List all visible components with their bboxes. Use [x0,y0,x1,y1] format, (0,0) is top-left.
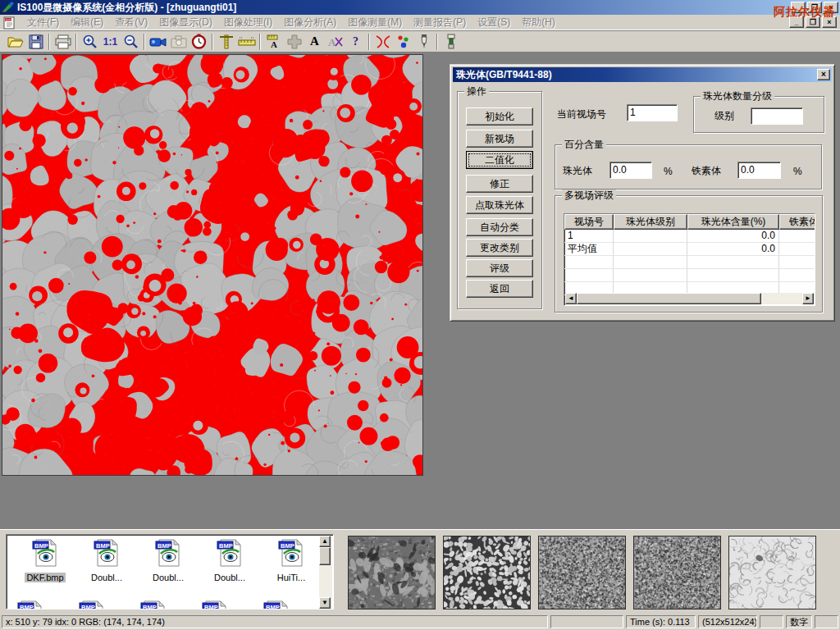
grid-overlay-icon[interactable] [284,32,304,51]
pearlite-label: 珠光体 [563,165,592,176]
menu-item-8[interactable]: 测量报告(P) [408,14,472,31]
menu-item-6[interactable]: 图像分析(A) [278,14,342,31]
file-item[interactable]: BMPDoubl... [139,537,197,583]
op-button-9[interactable]: 返回 [466,280,533,298]
status-bar: x: 510 y: 79 idx: 0 RGB: (174, 174, 174)… [0,614,840,630]
menu-item-1[interactable]: 文件(F) [21,14,65,31]
svg-text:BMP: BMP [219,542,233,550]
actual-size-icon[interactable]: 1:1 [100,32,121,51]
file-item[interactable]: BMPDKF.bmp [16,537,74,583]
brush-tool-icon[interactable] [441,32,461,51]
metallographic-image[interactable] [2,54,423,476]
table-header-1[interactable]: 视场号 [564,214,614,230]
thumbnail-1[interactable] [348,536,436,609]
table-header-2[interactable]: 珠光体级别 [614,214,687,230]
table-header-3[interactable]: 珠光体含量(%) [687,214,779,230]
table-row[interactable] [564,256,815,269]
zoom-in-icon[interactable] [80,32,100,51]
scroll-down-button[interactable]: ▼ [319,597,331,609]
menu-item-10[interactable]: 帮助(H) [516,14,561,31]
table-cell: 1 [564,230,614,243]
point-marker-icon[interactable] [393,32,413,51]
menu-item-5[interactable]: 图像处理(I) [218,14,278,31]
window-title: IS100显微摄像系统(金相分析版) - [zhuguangti01] [17,1,236,15]
scroll-up-button[interactable]: ▲ [319,536,331,547]
scroll-right-button[interactable]: ► [802,293,814,304]
dialog-title-bar[interactable]: 珠光体(GB/T9441-88) [453,67,832,82]
status-mode: 数字 [786,615,812,628]
op-button-4[interactable]: 修正 [466,175,533,193]
file-item-partial[interactable]: BMP [78,599,135,609]
table-cell [564,269,614,282]
op-button-2[interactable]: 新视场 [466,130,533,148]
document-icon[interactable]: DOC [3,16,16,30]
file-list-scrollbar[interactable]: ▲ ▼ [319,536,332,609]
save-file-icon[interactable] [25,32,46,51]
menu-item-7[interactable]: 图像测量(M) [342,14,408,31]
file-name[interactable]: HuiTi... [276,573,307,582]
application-window: IS100显微摄像系统(金相分析版) - [zhuguangti01] _ ❐ … [0,0,840,630]
file-item[interactable]: BMPDoubl... [201,537,258,583]
toolbar-separator [436,34,438,50]
table-row[interactable]: 10.0 [564,230,815,243]
file-name[interactable]: DKF.bmp [25,573,65,582]
op-button-1[interactable]: 初始化 [466,107,533,126]
file-name[interactable]: Doubl... [89,573,124,582]
table-header-4[interactable]: 铁素体 [779,214,815,230]
table-cell [614,269,687,282]
thumbnail-3[interactable] [538,536,626,609]
print-icon[interactable] [52,32,73,51]
zoom-out-icon[interactable] [121,32,141,51]
op-button-5[interactable]: 点取珠光体 [466,196,533,214]
video-capture-icon[interactable] [148,32,168,51]
operation-group-label: 操作 [464,85,489,97]
op-button-3[interactable]: 二值化 [466,151,533,169]
current-field-input[interactable]: 1 [627,104,678,121]
thumbnail-4[interactable] [633,536,721,609]
grade-input[interactable] [751,107,803,125]
scroll-left-button[interactable]: ◄ [565,293,577,304]
file-name[interactable]: Doubl... [212,573,247,582]
scroll-thumb[interactable] [577,293,761,304]
help-icon[interactable]: ? [345,32,366,51]
toolbar-separator [212,34,213,50]
file-item[interactable]: BMPDoubl... [78,537,135,583]
thumbnail-5[interactable] [728,536,816,609]
file-item-partial[interactable]: BMP [201,599,258,609]
timer-icon[interactable] [189,32,209,51]
bmp-file-icon: BMP [154,537,182,568]
pen-annotation-icon[interactable] [413,32,434,51]
scale-measure-icon[interactable]: A [263,32,284,51]
current-field-label: 当前视场号 [557,108,606,120]
thumbnail-2[interactable] [443,536,531,609]
caliper-measure-icon[interactable] [216,32,236,51]
dialog-close-button[interactable]: × [817,69,830,80]
ferrite-input[interactable]: 0.0 [737,162,781,179]
file-item[interactable]: BMPHuiTi... [262,537,320,583]
file-item-partial[interactable]: BMP [139,599,197,609]
calibration-curve-icon[interactable] [372,32,393,51]
scroll-thumb-v[interactable] [319,547,331,565]
file-item-partial[interactable]: BMP [262,599,320,609]
op-button-8[interactable]: 评级 [466,259,533,277]
menu-item-3[interactable]: 查看(V) [109,14,153,31]
table-row[interactable] [564,269,815,282]
status-resolution: (512x512x24) [698,615,757,628]
text-delete-icon[interactable]: A [325,32,345,51]
menu-item-2[interactable]: 编辑(E) [65,14,109,31]
ruler-measure-icon[interactable] [236,32,257,51]
table-horizontal-scrollbar[interactable]: ◄ ► [565,293,814,304]
file-name[interactable]: Doubl... [151,573,185,582]
op-button-6[interactable]: 自动分类 [466,218,533,236]
text-annotation-icon[interactable]: A [304,32,325,51]
menu-item-4[interactable]: 图像显示(D) [153,14,218,31]
open-file-icon[interactable] [5,32,25,51]
camera-capture-icon[interactable] [168,32,189,51]
menu-item-9[interactable]: 设置(S) [472,14,516,31]
svg-text:BMP: BMP [281,542,294,550]
pearlite-input[interactable]: 0.0 [609,162,652,179]
op-button-7[interactable]: 更改类别 [466,239,533,257]
table-row[interactable]: 平均值0.0 [564,243,815,256]
file-item-partial[interactable]: BMP [16,599,74,609]
status-time: Time (s): 0.113 [626,615,696,628]
